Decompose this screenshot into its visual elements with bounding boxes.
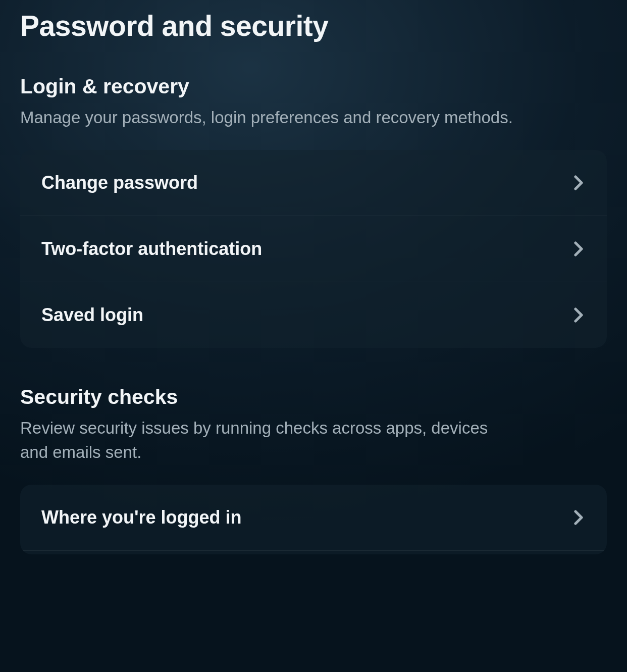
where-youre-logged-in-label: Where you're logged in [41, 507, 242, 528]
login-recovery-description: Manage your passwords, login preferences… [20, 106, 515, 130]
list-divider [20, 550, 607, 554]
chevron-right-icon [571, 176, 586, 190]
chevron-right-icon [571, 242, 586, 256]
change-password-row[interactable]: Change password [20, 150, 607, 216]
page-title: Password and security [20, 9, 607, 42]
two-factor-authentication-row[interactable]: Two-factor authentication [20, 216, 607, 282]
security-checks-description: Review security issues by running checks… [20, 416, 515, 464]
security-checks-group: Where you're logged in [20, 485, 607, 554]
change-password-label: Change password [41, 172, 198, 193]
security-checks-header: Security checks Review security issues b… [20, 385, 607, 464]
chevron-right-icon [571, 510, 586, 525]
two-factor-authentication-label: Two-factor authentication [41, 238, 262, 260]
login-recovery-group: Change password Two-factor authenticatio… [20, 150, 607, 348]
login-recovery-header: Login & recovery Manage your passwords, … [20, 75, 607, 130]
where-youre-logged-in-row[interactable]: Where you're logged in [20, 485, 607, 550]
saved-login-label: Saved login [41, 304, 143, 326]
saved-login-row[interactable]: Saved login [20, 282, 607, 348]
login-recovery-title: Login & recovery [20, 75, 607, 98]
chevron-right-icon [571, 308, 586, 322]
security-checks-title: Security checks [20, 385, 607, 409]
